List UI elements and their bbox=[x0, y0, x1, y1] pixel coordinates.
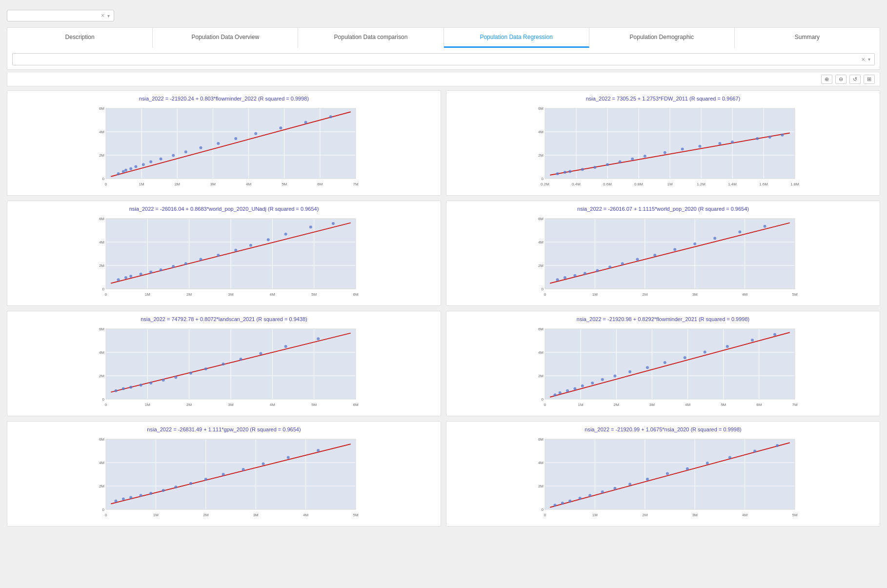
country-select-clear-icon[interactable]: × bbox=[101, 12, 104, 19]
svg-point-202 bbox=[239, 358, 242, 361]
svg-text:4M: 4M bbox=[742, 292, 747, 297]
svg-text:4M: 4M bbox=[742, 513, 747, 517]
chart-area-6: 01M2M3M4M5M6M7M02M4M6M bbox=[451, 325, 875, 413]
svg-point-30 bbox=[134, 165, 137, 168]
chart-title-6: nsia_2022 = -21920.98 + 0.8292*flowminde… bbox=[451, 316, 875, 322]
svg-point-285 bbox=[317, 449, 320, 452]
svg-text:2M: 2M bbox=[99, 374, 104, 378]
tabs-bar: Description Population Data Overview Pop… bbox=[7, 27, 880, 48]
svg-text:0: 0 bbox=[105, 403, 107, 407]
baseline-clear-icon[interactable]: × bbox=[861, 56, 865, 63]
svg-rect-131 bbox=[545, 219, 795, 289]
chart-area-2: 0.2M0.4M0.6M0.8M1M1.2M1.4M1.6M1.8M02M4M6… bbox=[451, 104, 875, 192]
svg-text:1M: 1M bbox=[139, 182, 144, 186]
toolbar-zoom-in[interactable]: ⊕ bbox=[821, 75, 832, 84]
svg-point-197 bbox=[162, 379, 165, 382]
svg-point-204 bbox=[284, 345, 287, 348]
svg-point-164 bbox=[713, 237, 716, 240]
svg-point-195 bbox=[140, 384, 142, 386]
svg-point-309 bbox=[553, 504, 556, 507]
charts-container: nsia_2022 = -21920.24 + 0.803*flowminder… bbox=[7, 88, 880, 528]
toolbar-download[interactable]: ⊞ bbox=[864, 75, 875, 84]
svg-text:0.4M: 0.4M bbox=[572, 182, 581, 186]
svg-point-80 bbox=[644, 155, 646, 158]
tab-population-data-overview[interactable]: Population Data Overview bbox=[153, 28, 298, 48]
svg-text:2M: 2M bbox=[186, 403, 192, 407]
svg-point-322 bbox=[753, 449, 756, 452]
svg-text:2M: 2M bbox=[642, 513, 647, 517]
svg-point-323 bbox=[776, 444, 779, 447]
chart-area-7: 01M2M3M4M5M02M4M6M bbox=[12, 435, 436, 523]
svg-text:1M: 1M bbox=[153, 513, 159, 517]
svg-point-33 bbox=[160, 158, 162, 161]
svg-text:1M: 1M bbox=[145, 292, 150, 297]
svg-point-39 bbox=[254, 132, 257, 135]
svg-text:5M: 5M bbox=[353, 513, 358, 517]
svg-point-31 bbox=[142, 163, 145, 166]
svg-text:6M: 6M bbox=[99, 106, 104, 111]
svg-point-234 bbox=[559, 391, 562, 394]
svg-point-75 bbox=[581, 168, 584, 171]
svg-point-246 bbox=[726, 345, 729, 348]
chart-svg-8: 01M2M3M4M5M02M4M6M bbox=[451, 435, 875, 523]
svg-text:7M: 7M bbox=[353, 182, 358, 186]
chart-panel-2: nsia_2022 = 7305.25 + 1.2753*FDW_2011 (R… bbox=[446, 90, 880, 196]
svg-text:0: 0 bbox=[544, 292, 546, 297]
svg-point-73 bbox=[564, 171, 566, 174]
toolbar-reset[interactable]: ↺ bbox=[849, 75, 861, 84]
svg-text:4M: 4M bbox=[99, 240, 104, 244]
svg-text:2M: 2M bbox=[186, 292, 192, 297]
chart-panel-8: nsia_2022 = -21920.99 + 1.0675*nsia_2020… bbox=[446, 421, 880, 527]
svg-point-243 bbox=[664, 361, 666, 364]
svg-point-205 bbox=[317, 337, 320, 340]
svg-text:0: 0 bbox=[102, 397, 105, 402]
svg-point-114 bbox=[117, 278, 120, 281]
svg-point-42 bbox=[329, 115, 332, 118]
svg-text:0: 0 bbox=[542, 397, 544, 402]
svg-point-193 bbox=[122, 387, 125, 390]
svg-point-29 bbox=[129, 167, 132, 170]
country-select[interactable]: × ▾ bbox=[7, 10, 114, 21]
svg-point-235 bbox=[566, 389, 569, 392]
tab-population-data-regression[interactable]: Population Data Regression bbox=[444, 28, 589, 48]
country-select-arrow-icon[interactable]: ▾ bbox=[107, 13, 110, 19]
svg-text:0: 0 bbox=[102, 287, 105, 291]
svg-point-199 bbox=[189, 372, 192, 375]
tab-summary[interactable]: Summary bbox=[735, 28, 880, 48]
tab-description[interactable]: Description bbox=[7, 28, 153, 48]
baseline-select[interactable]: × ▾ bbox=[12, 53, 875, 65]
tab-population-demographic[interactable]: Population Demographic bbox=[589, 28, 735, 48]
chart-title-8: nsia_2022 = -21920.99 + 1.0675*nsia_2020… bbox=[451, 426, 875, 432]
svg-text:4M: 4M bbox=[270, 403, 275, 407]
svg-point-36 bbox=[200, 146, 202, 149]
svg-point-88 bbox=[781, 134, 784, 137]
svg-point-37 bbox=[217, 142, 220, 145]
svg-point-276 bbox=[149, 492, 152, 495]
svg-text:4M: 4M bbox=[538, 350, 544, 355]
chart-svg-4: 01M2M3M4M5M02M4M6M bbox=[451, 215, 875, 303]
svg-text:2M: 2M bbox=[538, 374, 544, 378]
tab-population-data-comparison[interactable]: Population Data comparison bbox=[298, 28, 444, 48]
svg-text:0: 0 bbox=[102, 507, 105, 512]
svg-text:2M: 2M bbox=[642, 292, 647, 297]
svg-point-38 bbox=[234, 137, 237, 140]
svg-point-165 bbox=[738, 230, 741, 233]
svg-point-120 bbox=[172, 265, 175, 268]
svg-point-32 bbox=[149, 160, 152, 163]
svg-text:3M: 3M bbox=[253, 513, 259, 517]
svg-text:2M: 2M bbox=[99, 153, 104, 158]
svg-text:3M: 3M bbox=[649, 403, 655, 407]
svg-point-35 bbox=[184, 150, 187, 153]
svg-point-278 bbox=[174, 486, 177, 488]
svg-point-154 bbox=[564, 276, 566, 279]
svg-text:5M: 5M bbox=[721, 403, 726, 407]
svg-text:4M: 4M bbox=[99, 461, 104, 465]
svg-point-72 bbox=[556, 172, 559, 175]
baseline-arrow-icon[interactable]: ▾ bbox=[868, 57, 870, 62]
svg-text:5M: 5M bbox=[311, 403, 317, 407]
toolbar-zoom-out[interactable]: ⊖ bbox=[835, 75, 847, 84]
svg-point-40 bbox=[279, 126, 282, 129]
chart-title-5: nsia_2022 = 74792.78 + 0.8072*landscan_2… bbox=[12, 316, 436, 322]
svg-point-282 bbox=[242, 468, 245, 471]
chart-title-2: nsia_2022 = 7305.25 + 1.2753*FDW_2011 (R… bbox=[451, 96, 875, 101]
